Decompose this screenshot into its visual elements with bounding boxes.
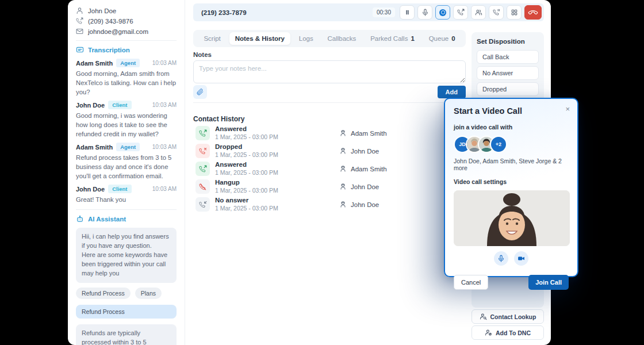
tab-queue[interactable]: Queue0 [423, 32, 461, 45]
mail-icon [76, 28, 83, 35]
phone-answered-icon [195, 126, 210, 140]
contact-name-row: John Doe [76, 7, 177, 14]
message-author: John Doe [76, 186, 105, 193]
message-author: Adam Smith [76, 60, 113, 67]
attach-button[interactable] [193, 85, 207, 99]
history-agent: Adam Smith [339, 165, 387, 172]
role-badge: Agent [116, 143, 140, 151]
headset-icon [339, 129, 347, 137]
notes-label: Notes [193, 51, 212, 58]
record-button[interactable] [435, 5, 450, 20]
history-agent: John Doe [339, 183, 379, 190]
tab-script[interactable]: Script [198, 32, 226, 45]
user-icon [76, 7, 83, 14]
hold-call-button[interactable] [489, 5, 504, 20]
history-status: Answered [215, 161, 278, 169]
transcript-message: Adam Smith Agent 10:03 AM Refund process… [76, 143, 177, 181]
history-row: Dropped1 Mar, 2025 - 03:00 PM John Doe [193, 142, 466, 160]
dialpad-button[interactable] [507, 5, 522, 20]
phone-hangup-icon [195, 179, 210, 194]
tab-label: Queue [429, 35, 449, 42]
keyword-chip[interactable]: Plans [135, 288, 162, 299]
ai-assistant-header: AI Assistant [76, 215, 177, 223]
participant-avatars: JD +2 [454, 136, 569, 153]
notes-textarea[interactable] [193, 60, 466, 83]
close-icon[interactable]: × [565, 105, 570, 113]
agent-name: Adam Smith [351, 166, 387, 172]
selected-keyword[interactable]: Refund Process [76, 305, 177, 319]
divider [76, 40, 177, 41]
history-status: Answered [215, 125, 278, 133]
mic-toggle-button[interactable] [494, 251, 508, 266]
role-badge: Agent [116, 59, 140, 67]
avatar-more-badge: +2 [490, 136, 507, 153]
page-background: John Doe (209) 343-9876 johndoe@gmail.co… [0, 0, 644, 345]
join-call-button[interactable]: Join Call [528, 275, 569, 290]
conference-button[interactable] [471, 5, 486, 20]
disposition-option-call-back[interactable]: Call Back [477, 50, 539, 64]
user-search-icon [480, 313, 487, 320]
pause-icon [404, 9, 411, 16]
modal-footer: Cancel Join Call [454, 275, 569, 290]
dialpad-icon [511, 9, 518, 16]
phone-outgoing-icon [457, 9, 465, 16]
disposition-option-no-answer[interactable]: No Answer [477, 66, 539, 80]
message-author: John Doe [76, 102, 105, 109]
tab-parked-calls[interactable]: Parked Calls1 [365, 32, 420, 45]
add-note-button[interactable]: Add [438, 86, 466, 98]
hangup-icon [529, 9, 537, 17]
contact-lookup-button[interactable]: Contact Lookup [471, 309, 544, 324]
contact-phone: (209) 343-9876 [88, 18, 133, 25]
camera-toggle-button[interactable] [514, 251, 528, 266]
history-status: Dropped [215, 143, 278, 151]
divider [76, 209, 177, 210]
role-badge: Client [108, 101, 131, 109]
mic-icon [497, 255, 505, 262]
camera-preview [454, 190, 570, 246]
headset-icon [339, 147, 347, 155]
history-row: Answered1 Mar, 2025 - 03:00 PM Adam Smit… [193, 160, 466, 178]
cancel-button[interactable]: Cancel [454, 275, 488, 290]
transcript-message: John Doe Client 10:03 AM Good morning, i… [76, 101, 177, 139]
agent-name: John Doe [351, 148, 379, 155]
contact-sidebar: John Doe (209) 343-9876 johndoe@gmail.co… [68, 0, 185, 345]
contact-lookup-label: Contact Lookup [490, 313, 536, 320]
transfer-call-button[interactable] [453, 5, 468, 20]
tab-notes-history[interactable]: Notes & History [229, 32, 290, 45]
tab-label: Logs [299, 35, 313, 42]
message-time: 10:03 AM [152, 102, 177, 108]
keyword-chip[interactable]: Refund Process [76, 288, 131, 299]
video-settings-label: Video call settings [454, 178, 569, 185]
call-controls [400, 5, 542, 20]
hangup-button[interactable] [524, 5, 542, 20]
divider [193, 102, 466, 103]
pause-button[interactable] [400, 5, 415, 20]
contact-name: John Doe [88, 7, 116, 14]
modal-title: Start a Video Call [454, 106, 569, 116]
history-row: Hangup1 Mar, 2025 - 03:00 PM John Doe [193, 178, 466, 195]
role-badge: Client [108, 185, 131, 193]
message-author: Adam Smith [76, 144, 113, 151]
tab-logs[interactable]: Logs [293, 32, 319, 45]
tab-bar: Script Notes & History Logs Callbacks Pa… [193, 30, 466, 47]
add-to-dnc-button[interactable]: Add To DNC [471, 325, 544, 340]
message-text: Good morning, Adam smith from NexTelco i… [76, 69, 177, 97]
history-agent: John Doe [339, 201, 379, 208]
conference-icon [475, 9, 482, 16]
history-row: No answer1 Mar, 2025 - 03:00 PM John Doe [193, 195, 466, 213]
mute-button[interactable] [417, 5, 432, 20]
call-header-bar: (219) 233-7879 00:30 [193, 3, 544, 21]
contact-email-row: johndoe@gmail.com [76, 28, 177, 35]
transcript-message: John Doe Client 10:03 AM Great! Thank yo… [76, 185, 177, 204]
transcript-icon [76, 46, 84, 54]
contact-phone-row: (209) 343-9876 [76, 17, 177, 25]
message-text: Good morning, i was wondering how long d… [76, 111, 177, 139]
disposition-option-dropped[interactable]: Dropped [477, 82, 539, 96]
transcript-message: Adam Smith Agent 10:03 AM Good morning, … [76, 59, 177, 97]
tab-callbacks[interactable]: Callbacks [322, 32, 362, 45]
history-status: Hangup [215, 179, 278, 187]
tab-label: Notes & History [235, 35, 285, 42]
phone-missed-icon [195, 197, 210, 212]
tab-count: 1 [411, 35, 414, 42]
history-datetime: 1 Mar, 2025 - 03:00 PM [215, 187, 278, 194]
